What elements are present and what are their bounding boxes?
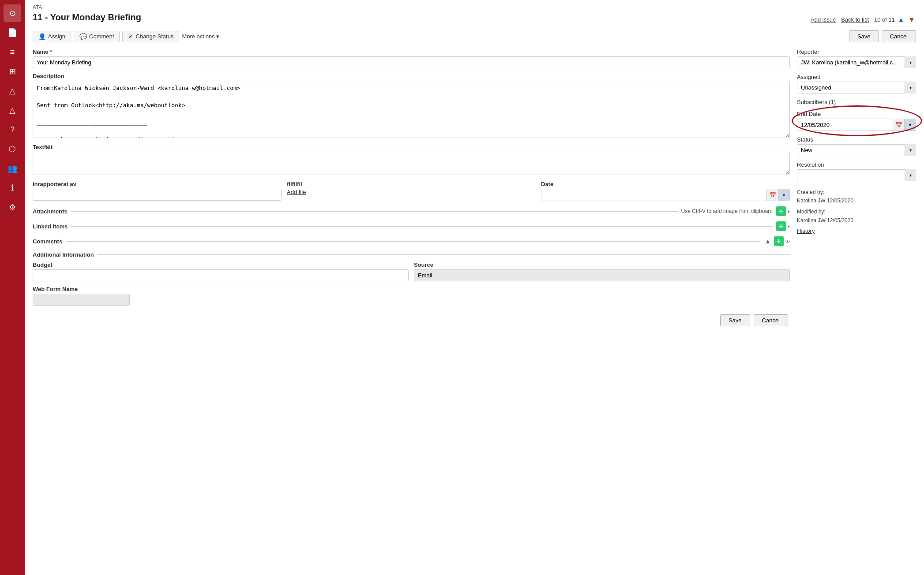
comment-icon: 💬	[79, 33, 87, 40]
end-date-group: End Date 📅 ▾	[797, 111, 916, 131]
sidebar-icon-list[interactable]: ≡	[4, 43, 21, 61]
linked-items-dropdown-button[interactable]: ▾	[788, 224, 790, 229]
add-comment-button[interactable]: +	[774, 236, 784, 246]
history-link[interactable]: History	[797, 228, 815, 234]
users-icon: 👥	[8, 164, 17, 173]
assigned-group: Assigned Unassigned ▾	[797, 74, 916, 93]
calendar-icon: 📅	[769, 192, 776, 198]
additional-info-label: Additional Information	[33, 251, 94, 258]
attachments-dropdown-button[interactable]: ▾	[788, 209, 790, 214]
additional-info-section: Additional Information	[33, 251, 790, 258]
document-icon: 📄	[8, 28, 17, 37]
reporter-select[interactable]: JW. Karolina (karolina_w@hotmail.c...	[797, 56, 916, 68]
assign-button[interactable]: 👤 Assign	[33, 31, 71, 42]
sidebar-icon-alert[interactable]: △	[4, 101, 21, 119]
resolution-group: Resolution ▾	[797, 161, 916, 181]
cancel-button-bottom[interactable]: Cancel	[754, 314, 788, 326]
resolution-select[interactable]	[797, 169, 916, 181]
comments-divider-line	[66, 241, 760, 242]
sidebar-icon-warning[interactable]: △	[4, 82, 21, 100]
sidebar-icon-document[interactable]: 📄	[4, 24, 21, 41]
end-date-dropdown-button[interactable]: ▾	[904, 119, 916, 131]
top-nav-right: Add issue Back to list 10 of 11 ▲ ▼	[811, 15, 916, 24]
sidebar-icon-users[interactable]: 👥	[4, 160, 21, 177]
form-right: Reporter JW. Karolina (karolina_w@hotmai…	[797, 49, 916, 326]
reporter-select-wrapper: JW. Karolina (karolina_w@hotmail.c... ▾	[797, 56, 916, 68]
status-select-wrapper: New ▾	[797, 144, 916, 156]
back-to-list-link[interactable]: Back to list	[841, 16, 869, 23]
date-dropdown-button[interactable]: ▾	[778, 189, 789, 201]
date-input[interactable]	[541, 190, 766, 201]
linked-items-actions: + ▾	[776, 221, 790, 231]
end-date-input-wrapper: 📅 ▾	[797, 119, 916, 131]
sidebar-icon-dashboard[interactable]: ⊙	[4, 4, 21, 22]
more-actions-button[interactable]: More actions ▾	[182, 33, 219, 40]
modified-by-text: Modified by: Karolina JW 12/05/2020	[797, 208, 916, 224]
textfalt-group: Textfält	[33, 144, 790, 176]
add-linked-item-button[interactable]: +	[776, 221, 786, 231]
textfalt-textarea[interactable]	[33, 152, 790, 175]
save-button-top[interactable]: Save	[849, 30, 879, 42]
dashboard-icon: ⊙	[9, 8, 16, 18]
textfalt-label: Textfält	[33, 144, 790, 150]
attachments-divider-line	[71, 211, 678, 212]
sidebar-icon-info[interactable]: ℹ	[4, 179, 21, 197]
date-group: Date 📅 ▾	[541, 181, 790, 201]
more-actions-chevron-icon: ▾	[216, 33, 219, 40]
subscribers-label: Subscribers (1)	[797, 99, 916, 105]
sidebar-icon-grid[interactable]: ⊞	[4, 63, 21, 80]
end-date-input[interactable]	[797, 119, 893, 131]
description-textarea[interactable]: From:Karolina Wicksén Jackson-Ward <karo…	[33, 81, 790, 138]
date-chevron-icon: ▾	[783, 193, 785, 198]
add-issue-link[interactable]: Add issue	[811, 16, 836, 23]
linked-items-chevron-icon: ▾	[788, 224, 790, 229]
database-icon: ⬡	[9, 144, 16, 154]
attachments-label: Attachments	[33, 208, 68, 215]
comment-button[interactable]: 💬 Comment	[74, 31, 120, 42]
inrapporterat-input[interactable]	[33, 189, 282, 201]
alert-icon: △	[9, 105, 15, 115]
reporter-group: Reporter JW. Karolina (karolina_w@hotmai…	[797, 49, 916, 68]
description-label: Description	[33, 73, 790, 79]
next-page-button[interactable]: ▼	[907, 15, 916, 24]
filfilfil-label: filfilfil	[287, 181, 536, 187]
grid-icon: ⊞	[9, 67, 16, 76]
attachments-section: Attachments Use Ctrl-V to add image from…	[33, 206, 790, 216]
add-attachment-button[interactable]: +	[776, 206, 786, 216]
name-group: Name *	[33, 49, 790, 68]
created-by-text: Created by: Karolina JW 12/05/2020	[797, 188, 916, 205]
list-icon: ≡	[10, 48, 15, 57]
assigned-select-wrapper: Unassigned ▾	[797, 82, 916, 93]
sidebar-icon-settings[interactable]: ⚙	[4, 198, 21, 216]
bottom-save-row: Save Cancel	[33, 314, 790, 326]
page-title: 11 - Your Monday Briefing	[33, 12, 141, 22]
name-input[interactable]	[33, 56, 790, 68]
linked-items-section: Linked items + ▾	[33, 221, 790, 231]
date-calendar-button[interactable]: 📅	[766, 189, 778, 201]
source-input[interactable]	[414, 269, 790, 281]
status-select[interactable]: New	[797, 144, 916, 156]
comments-dropdown-button[interactable]: ≫	[785, 239, 790, 244]
source-label: Source	[414, 261, 790, 268]
required-marker: *	[49, 49, 52, 55]
budget-input[interactable]	[33, 269, 409, 281]
end-date-chevron-icon: ▾	[909, 123, 911, 127]
comments-up-button[interactable]: ▲	[763, 237, 772, 246]
comments-label: Comments	[33, 238, 62, 245]
clipboard-note: Use Ctrl-V to add image from clipboard	[681, 208, 773, 214]
date-input-wrapper: 📅 ▾	[541, 189, 790, 201]
add-file-link[interactable]: Add file	[287, 189, 306, 195]
cancel-button-top[interactable]: Cancel	[882, 30, 916, 42]
assigned-select[interactable]: Unassigned	[797, 82, 916, 93]
additional-info-divider-line	[98, 254, 790, 255]
linked-items-label: Linked items	[33, 223, 68, 230]
inrapporterat-label: inrapporterat av	[33, 181, 282, 187]
sidebar-icon-database[interactable]: ⬡	[4, 140, 21, 158]
sidebar-icon-help[interactable]: ?	[4, 121, 21, 138]
web-form-input[interactable]	[33, 294, 130, 306]
prev-page-button[interactable]: ▲	[897, 15, 905, 24]
status-label: Status	[797, 136, 916, 143]
save-button-bottom[interactable]: Save	[720, 314, 750, 326]
end-date-calendar-button[interactable]: 📅	[893, 119, 904, 131]
change-status-button[interactable]: ✔ Change Status	[122, 31, 179, 42]
